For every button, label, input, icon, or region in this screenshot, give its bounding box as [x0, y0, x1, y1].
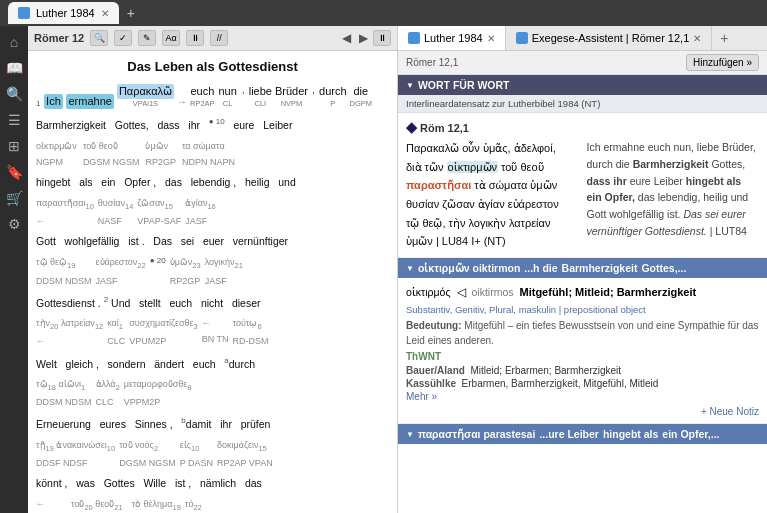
gram-line-2: παραστῆσαι10← θυσίαν14NASF ζῶσαν15VPAP-S…	[36, 195, 389, 229]
toolbar-pause-icon[interactable]: ⏸	[186, 30, 204, 46]
toolbar-search-icon[interactable]: 🔍	[90, 30, 108, 46]
section-word-analysis[interactable]: ▼ οἰκτιρμῶν oiktirmon ...h die Barmherzi…	[398, 258, 767, 278]
right-content: ▼ WORT FÜR WORT Interlineardatensatz zur…	[398, 75, 767, 513]
word-latin-text: oiktirmos	[472, 286, 514, 298]
section-parastesai[interactable]: ▼ παραστῆσαι parastesai ...ure Leiber hi…	[398, 424, 767, 444]
gram-line-4: τὴν20 λατρείαν12← καί1CLC συσχηματίζεσθε…	[36, 315, 389, 349]
sidebar-icon-grid[interactable]: ⊞	[2, 134, 26, 158]
toolbar-format-icon[interactable]: Aα	[162, 30, 180, 46]
word-liebe-pos: CLI	[254, 99, 266, 110]
left-panel: Römer 12 🔍 ✓ ✎ Aα ⏸ // ◀ ▶ ⏸ Das Leben a…	[28, 26, 398, 513]
section-wort-fuer-wort[interactable]: ▼ WORT FÜR WORT	[398, 75, 767, 95]
gram-thusian: θυσίαν14NASF	[98, 195, 134, 229]
app-container: ⌂ 📖 🔍 ☰ ⊞ 🔖 🛒 ⚙ Römer 12 🔍 ✓ ✎ Aα ⏸ // ◀…	[0, 26, 767, 513]
gram-thelema: τὸ θέλημα19P DASN	[132, 496, 181, 513]
gram-oiktirmon: οἰκτιρμῶνNGPM	[36, 138, 77, 170]
sidebar-icon-search[interactable]: 🔍	[2, 82, 26, 106]
sidebar-icon-home[interactable]: ⌂	[2, 30, 26, 54]
word-nun-pos: CL	[223, 99, 233, 110]
toolbar-slash-icon[interactable]: //	[210, 30, 228, 46]
german-line-2: hingebt als ein Opfer , das lebendig , h…	[36, 174, 389, 192]
word-header: οἰκτιρμός ◁ oiktirmos Mitgefühl; Mitleid…	[406, 284, 759, 300]
section3-label: παραστῆσαι parastesai	[418, 428, 535, 440]
left-toolbar: Römer 12 🔍 ✓ ✎ Aα ⏸ // ◀ ▶ ⏸	[28, 26, 397, 51]
section3-bold: hingebt als	[603, 428, 658, 440]
gram-kai: καί1CLC	[107, 315, 125, 349]
source2-text: Erbarmen, Barmherzigkeit, Mitgefühl, Mit…	[462, 378, 659, 389]
german-line-3: Gott wohlgefällig ist . Das sei euer ver…	[36, 233, 389, 251]
gram-touto: τούτῳ6RD-DSM	[233, 315, 269, 349]
german-line-6: Erneuerung eures Sinnes , bdamit ihr prü…	[36, 414, 389, 433]
word-brueder: Brüder NVPM	[275, 84, 308, 110]
gram-tou-theou: τοῦ θεοῦDGSM NGSM	[83, 138, 140, 170]
right-tab-label1: Luther 1984	[424, 32, 483, 44]
verse-ref-label: Röm 12,1	[420, 122, 469, 134]
interlinear-block: 1 Ich ermahne Παρακαλῶ VPAi1S →	[36, 82, 389, 513]
nav-pause2[interactable]: ⏸	[373, 30, 391, 46]
sidebar-icon-cart[interactable]: 🛒	[2, 186, 26, 210]
word-nun-text: nun	[218, 84, 236, 99]
sidebar-icon-settings[interactable]: ⚙	[2, 212, 26, 236]
sup-b: b	[181, 416, 185, 425]
section3-dots: ...ure Leiber	[539, 428, 599, 440]
word-ich-text: Ich	[44, 94, 63, 109]
verse-num-1: 1	[36, 98, 40, 109]
source1-ref: ThWNT	[406, 351, 759, 362]
nav-next[interactable]: ▶	[356, 30, 371, 46]
left-content: Das Leben als Gottesdienst 1 Ich ermahne	[28, 51, 397, 513]
gram-agian: ἁγίαν16JASF	[185, 195, 216, 229]
new-tab-btn-left[interactable]: +	[127, 5, 135, 21]
punct-comma1: ,	[242, 82, 245, 109]
gram-suschima: συσχηματίζεσθε3VPUM2P	[129, 315, 197, 349]
gram-umas: ὑμῶνRP2GP	[145, 138, 176, 170]
neue-notiz[interactable]: + Neue Notiz	[406, 406, 759, 417]
section3-rest: ein Opfer,...	[662, 428, 719, 440]
right-tab-close1[interactable]: ✕	[487, 33, 495, 44]
word-parakaloo-text: Παρακαλῶ	[117, 84, 174, 99]
right-tab-add[interactable]: +	[712, 26, 736, 50]
browser-chrome: Luther 1984 ✕ +	[0, 0, 767, 26]
right-panel: Luther 1984 ✕ Exegese-Assistent | Römer …	[398, 26, 767, 513]
verse-num-2: 2	[104, 295, 108, 304]
section2-rest: Gottes,...	[641, 262, 686, 274]
verse-columns: Παρακαλῶ οὖν ὑμᾶς, ἀδελφοί, διὰ τῶν οἰκτ…	[406, 139, 759, 251]
right-tabs: Luther 1984 ✕ Exegese-Assistent | Römer …	[398, 26, 767, 51]
right-tab-close2[interactable]: ✕	[693, 33, 701, 44]
gram-me: ←BN TN	[202, 315, 229, 349]
source1-name: Bauer/Aland	[406, 365, 465, 376]
mehr-link[interactable]: Mehr »	[406, 391, 759, 402]
nav-prev[interactable]: ◀	[339, 30, 354, 46]
left-tab[interactable]: Luther 1984 ✕	[8, 2, 119, 24]
book-label: Römer 12	[34, 32, 84, 44]
gram-tou-noos: τοῦ νοός2DGSM NGSM	[119, 437, 176, 471]
gram-line-3: τῷ θεῷ19DDSM NDSM εὐάρεστον22JASF ● 20 ὑ…	[36, 254, 389, 288]
sup-10: ● 10	[209, 117, 225, 126]
gram-metamorphousthe: μεταμορφοῦσθε8VPPM2P	[124, 376, 192, 410]
word-arrow-sym: ◁	[457, 285, 466, 299]
right-tab-luther[interactable]: Luther 1984 ✕	[398, 26, 506, 50]
gram-aioni: τῷ18 αἰῶνι1DDSM NDSM	[36, 376, 92, 410]
left-tab-close[interactable]: ✕	[101, 8, 109, 19]
word-section: οἰκτιρμός ◁ oiktirmos Mitgefühl; Mitleid…	[398, 278, 767, 424]
verse-ref: ◆ Röm 12,1	[406, 119, 759, 135]
german-line-1: Barmherzigkeit Gottes, dass ihr ● 10 eur…	[36, 115, 389, 134]
section2-label: οἰκτιρμῶν oiktirmon	[418, 262, 520, 274]
right-tab-favicon2	[516, 32, 528, 44]
bedeutung-label: Bedeutung:	[406, 320, 462, 331]
gram-line-6: τῇ19 ἀνακαινώσει10DDSF NDSF τοῦ νοός2DGS…	[36, 437, 389, 471]
german-line-4: Gottesdienst . 2 Und stellt euch nicht d…	[36, 293, 389, 312]
word-parakaloo-pos: VPAi1S	[133, 99, 158, 110]
right-toolbar-ref: Römer 12,1	[406, 57, 458, 68]
sidebar-icon-book[interactable]: 📖	[2, 56, 26, 80]
gram-theo: τῷ θεῷ19DDSM NDSM	[36, 254, 92, 288]
gram-umas2: ὑμῶν23RP2GP	[170, 254, 201, 288]
add-button[interactable]: Hinzufügen »	[686, 54, 759, 71]
grammar-text: Substantiv, Genitiv, Plural, maskulin | …	[406, 304, 646, 315]
right-tab-exegese[interactable]: Exegese-Assistent | Römer 12,1 ✕	[506, 26, 713, 50]
sidebar-icon-list[interactable]: ☰	[2, 108, 26, 132]
toolbar-check-icon[interactable]: ✓	[114, 30, 132, 46]
gram-dokimazein: δοκιμάζειν15RP2AP VPAN	[217, 437, 273, 471]
oiktirmon-highlight: οἰκτιρμῶν	[447, 161, 499, 173]
toolbar-edit-icon[interactable]: ✎	[138, 30, 156, 46]
sidebar-icon-bookmark[interactable]: 🔖	[2, 160, 26, 184]
